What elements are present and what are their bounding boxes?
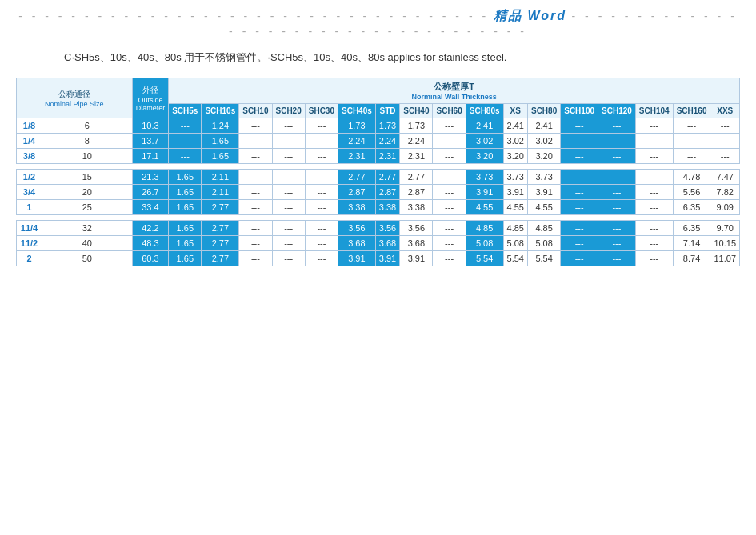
col-header-std: STD bbox=[375, 104, 399, 118]
col-header-sch104: SCH104 bbox=[635, 104, 673, 118]
wall-thickness-header: 公称壁厚T Norminal Wall Thickness bbox=[169, 78, 740, 104]
col-header-sch20: SCH20 bbox=[272, 104, 305, 118]
subtitle: C·SH5s、10s、40s、80s 用于不锈钢管件。·SCH5s、10s、40… bbox=[16, 50, 740, 65]
col-header-sch60: SCH60 bbox=[433, 104, 466, 118]
col-header-sch40s: SCH40s bbox=[338, 104, 376, 118]
table-body: 1/8610.3---1.24---------1.731.731.73---2… bbox=[17, 118, 740, 266]
col-header-sch10: SCH10 bbox=[239, 104, 272, 118]
col-header-sch100: SCH100 bbox=[561, 104, 598, 118]
col-header-sch10s: SCH10s bbox=[202, 104, 239, 118]
col-header-sch160: SCH160 bbox=[673, 104, 710, 118]
col-header-sch80: SCH80 bbox=[527, 104, 560, 118]
table-row: 12533.41.652.77---------3.383.383.38---4… bbox=[17, 200, 740, 215]
page-title: 精品 Word bbox=[494, 9, 572, 22]
col-header-sch5s: SCH5s bbox=[169, 104, 202, 118]
table-row: 3/81017.1---1.65---------2.312.312.31---… bbox=[17, 149, 740, 164]
col-header-xxs: XXS bbox=[710, 104, 740, 118]
table-row: 1/4813.7---1.65---------2.242.242.24---3… bbox=[17, 134, 740, 149]
header-label-row: 公称通径 Nominal Pipe Size 外径 Outside Diamet… bbox=[17, 78, 740, 104]
table-row: 1/8610.3---1.24---------1.731.731.73---2… bbox=[17, 118, 740, 134]
table-row: 25060.31.652.77---------3.913.913.91---5… bbox=[17, 251, 740, 266]
table-row: 11/24048.31.652.77---------3.683.683.68-… bbox=[17, 236, 740, 251]
pipe-size-table: 公称通径 Nominal Pipe Size 外径 Outside Diamet… bbox=[16, 78, 740, 266]
table-row: 1/21521.31.652.11---------2.772.772.77--… bbox=[17, 170, 740, 185]
col-header-sch40: SCH40 bbox=[400, 104, 433, 118]
col-header-xs: XS bbox=[503, 104, 527, 118]
header-line: - - - - - - - - - - - - - - - - - - - - … bbox=[16, 8, 740, 38]
col-header-shc30: SHC30 bbox=[305, 104, 338, 118]
col-header-sch80s: SCH80s bbox=[466, 104, 503, 118]
col-header-sch120: SCH120 bbox=[598, 104, 636, 118]
outside-diameter-header: 外径 Outside Diameter bbox=[132, 78, 169, 118]
table-row: 3/42026.71.652.11---------2.872.872.87--… bbox=[17, 185, 740, 200]
table-row: 11/43242.21.652.77---------3.563.563.56-… bbox=[17, 221, 740, 236]
dots-left: - - - - - - - - - - - - - - - - - - - - … bbox=[18, 10, 489, 22]
nominal-pipe-size-header: 公称通径 Nominal Pipe Size bbox=[17, 78, 133, 118]
table-wrapper: 公称通径 Nominal Pipe Size 外径 Outside Diamet… bbox=[16, 78, 740, 266]
